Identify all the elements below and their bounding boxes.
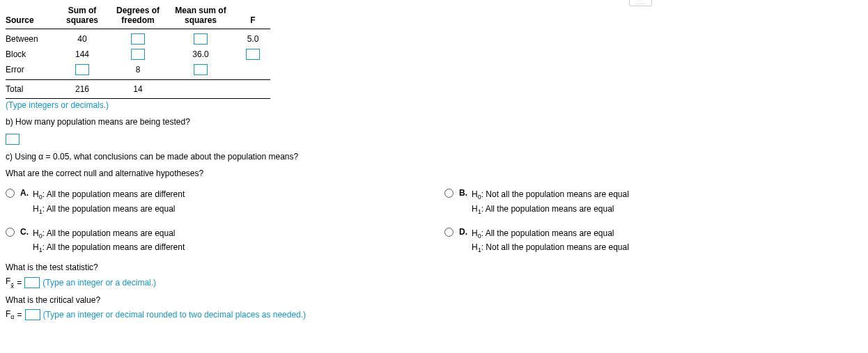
row-block-f-input[interactable] [246, 49, 260, 60]
dots-indicator: ..... [629, 0, 652, 5]
radio-a[interactable] [6, 189, 15, 198]
header-ms-1: Mean sum of [166, 6, 235, 15]
row-total-ss: 216 [54, 84, 110, 94]
question-critical-value: What is the critical value? [6, 295, 862, 305]
question-b-input[interactable] [6, 134, 20, 145]
row-between-f: 5.0 [235, 34, 270, 44]
row-between-label: Between [6, 34, 54, 44]
row-between-df-input[interactable] [131, 33, 145, 45]
radio-d[interactable] [444, 228, 454, 237]
question-b: b) How many population means are being t… [6, 117, 862, 127]
header-ms-2: squares [166, 15, 235, 25]
option-c[interactable]: C. H0: All the population means are equa… [6, 227, 417, 256]
row-block-label: Block [6, 49, 54, 59]
hypothesis-options: A. H0: All the population means are diff… [6, 188, 855, 256]
option-a-text: H0: All the population means are differe… [33, 188, 185, 217]
header-ss-1: Sum of [54, 6, 110, 15]
test-statistic-formula: Fx̄ = (Type an integer or a decimal.) [6, 276, 862, 288]
row-between-ms-input[interactable] [194, 33, 208, 45]
option-b-letter: B. [459, 188, 467, 198]
fx-symbol: Fx̄ [6, 276, 14, 288]
hint-type-integers-decimals: (Type integers or decimals.) [6, 100, 862, 110]
critical-value-input[interactable] [25, 309, 40, 320]
row-between-ss: 40 [54, 34, 110, 44]
row-total-label: Total [6, 84, 54, 94]
question-c: c) Using α = 0.05, what conclusions can … [6, 152, 862, 162]
row-error-ms-input[interactable] [194, 64, 208, 75]
option-a[interactable]: A. H0: All the population means are diff… [6, 188, 417, 217]
header-source: Source [6, 15, 54, 25]
row-block-ms: 36.0 [166, 49, 235, 59]
anova-table: Between 40 5.0 Block 144 36.0 Error 8 To… [6, 27, 862, 99]
hint-test-statistic: (Type an integer or a decimal.) [42, 278, 156, 288]
option-b[interactable]: B. H0: Not all the population means are … [444, 188, 855, 217]
header-df-2: freedom [110, 15, 166, 25]
row-block-df-input[interactable] [131, 49, 145, 60]
row-total-df: 14 [110, 84, 166, 94]
option-c-letter: C. [20, 227, 29, 237]
hint-critical-value: (Type an integer or decimal rounded to t… [43, 310, 307, 320]
option-d-letter: D. [459, 227, 467, 237]
anova-header-row: Source Sum ofsquares Degrees offreedom M… [6, 6, 862, 26]
option-b-text: H0: Not all the population means are equ… [472, 188, 629, 217]
option-a-letter: A. [20, 188, 29, 198]
header-f: F [235, 15, 270, 25]
critical-value-formula: Fα = (Type an integer or decimal rounded… [6, 309, 862, 320]
question-test-statistic: What is the test statistic? [6, 262, 862, 272]
fa-equals: = [17, 310, 22, 320]
option-d-text: H0: All the population means are equal H… [472, 227, 629, 256]
row-error-df: 8 [110, 65, 166, 74]
test-statistic-input[interactable] [24, 277, 40, 288]
option-d[interactable]: D. H0: All the population means are equa… [444, 227, 855, 256]
header-ss-2: squares [54, 15, 110, 25]
option-c-text: H0: All the population means are equal H… [33, 227, 185, 256]
radio-b[interactable] [444, 189, 454, 198]
fa-symbol: Fα [6, 309, 15, 320]
radio-c[interactable] [6, 228, 15, 237]
row-error-ss-input[interactable] [75, 64, 89, 75]
header-df-1: Degrees of [110, 6, 166, 15]
fx-equals: = [17, 278, 22, 288]
question-hypotheses: What are the correct null and alternativ… [6, 168, 862, 178]
row-block-ss: 144 [54, 49, 110, 59]
row-error-label: Error [6, 65, 54, 74]
